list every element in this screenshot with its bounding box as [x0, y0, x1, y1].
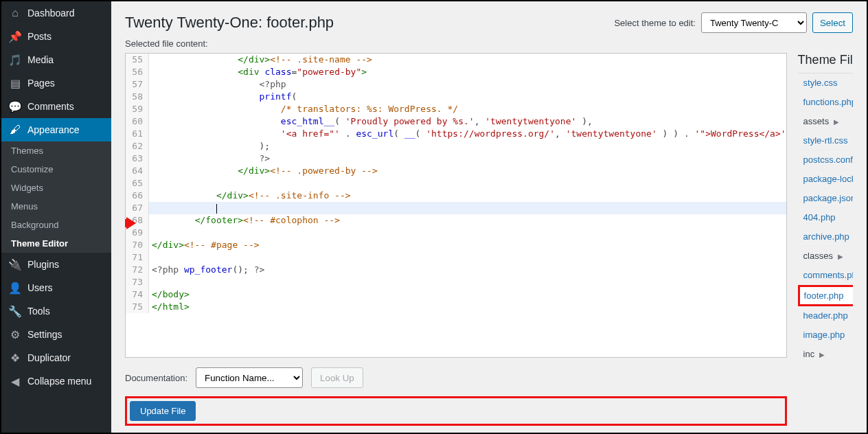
subitem-themes[interactable]: Themes [1, 141, 111, 160]
main-content: Twenty Twenty-One: footer.php Select the… [111, 1, 867, 433]
code-line[interactable]: 72<?php wp_footer(); ?> [126, 264, 786, 276]
pages-icon: ▤ [8, 76, 22, 90]
theme-select[interactable]: Twenty Twenty-C [701, 12, 807, 33]
sidebar-item-tools[interactable]: 🔧Tools [1, 299, 111, 323]
code-editor[interactable]: 55 </div><!-- .site-name -->56 <div clas… [125, 53, 787, 358]
code-line[interactable]: 75</html> [126, 301, 786, 313]
folder-inc[interactable]: inc ▶ [798, 345, 853, 364]
code-line[interactable]: 56 <div class="powered-by"> [126, 66, 786, 78]
svg-marker-0 [125, 217, 136, 229]
select-theme-label: Select theme to edit: [614, 18, 696, 28]
sidebar-item-collapse[interactable]: ◀Collapse menu [1, 369, 111, 393]
subitem-menus[interactable]: Menus [1, 197, 111, 216]
sidebar-label: Collapse menu [27, 376, 91, 387]
file-comments[interactable]: comments.php [798, 266, 853, 285]
sidebar-item-users[interactable]: 👤Users [1, 276, 111, 299]
arrow-annotation-icon [125, 217, 136, 229]
file-style-css[interactable]: style.css [798, 73, 853, 93]
file-package-json[interactable]: package.json [798, 189, 853, 208]
duplicator-icon: ❖ [8, 351, 22, 365]
code-line[interactable]: 74</body> [126, 288, 786, 301]
sidebar-label: Dashboard [27, 8, 75, 19]
comments-icon: 💬 [8, 100, 22, 113]
sidebar-item-settings[interactable]: ⚙Settings [1, 323, 111, 346]
code-line[interactable]: 64 </div><!-- .powered-by --> [126, 165, 786, 177]
media-icon: 🎵 [8, 53, 22, 67]
theme-file-list: style.css functions.php assets ▶ style-r… [798, 73, 853, 426]
file-404[interactable]: 404.php [798, 208, 853, 227]
tools-icon: 🔧 [8, 304, 22, 318]
caret-right-icon: ▶ [819, 351, 825, 358]
file-image[interactable]: image.php [798, 326, 853, 345]
sidebar-label: Tools [27, 306, 50, 317]
code-line[interactable]: 70</div><!-- #page --> [126, 239, 786, 251]
code-line[interactable]: 58 printf( [126, 91, 786, 103]
documentation-select[interactable]: Function Name... [196, 367, 303, 388]
plugin-icon: 🔌 [8, 258, 22, 271]
sidebar-item-comments[interactable]: 💬Comments [1, 95, 111, 118]
code-line[interactable]: 60 esc_html__( 'Proudly powered by %s.',… [126, 115, 786, 128]
sidebar-label: Posts [27, 31, 52, 42]
subitem-widgets[interactable]: Widgets [1, 179, 111, 197]
file-functions-php[interactable]: functions.php [798, 93, 853, 112]
code-line[interactable]: 59 /* translators: %s: WordPress. */ [126, 103, 786, 115]
sidebar-item-posts[interactable]: 📌Posts [1, 25, 111, 48]
caret-right-icon: ▶ [838, 253, 843, 260]
code-line[interactable]: 71 [126, 251, 786, 264]
settings-icon: ⚙ [8, 328, 22, 341]
code-line[interactable]: 61 '<a href="' . esc_url( __( 'https://w… [126, 128, 786, 140]
sidebar-label: Plugins [27, 259, 59, 270]
code-line[interactable]: 68 </footer><!-- #colophon --> [126, 214, 786, 227]
sidebar-item-media[interactable]: 🎵Media [1, 48, 111, 71]
file-package-lock[interactable]: package-lock.json [798, 170, 853, 189]
code-line[interactable]: 73 [126, 276, 786, 288]
page-title: Twenty Twenty-One: footer.php [125, 14, 334, 32]
caret-right-icon: ▶ [834, 118, 839, 126]
code-line[interactable]: 69 [126, 227, 786, 239]
users-icon: 👤 [8, 281, 22, 295]
code-line[interactable]: 55 </div><!-- .site-name --> [126, 54, 786, 66]
sidebar-label: Users [27, 282, 53, 293]
sidebar-item-pages[interactable]: ▤Pages [1, 71, 111, 95]
select-button[interactable]: Select [812, 12, 853, 33]
file-postcss[interactable]: postcss.config.js [798, 150, 853, 170]
folder-classes[interactable]: classes ▶ [798, 247, 853, 266]
sidebar-label: Media [27, 54, 54, 65]
subitem-customize[interactable]: Customize [1, 160, 111, 179]
brush-icon: 🖌 [8, 123, 22, 137]
code-line[interactable]: 65 [126, 177, 786, 190]
sidebar-label: Settings [27, 329, 62, 340]
file-header[interactable]: header.php [798, 306, 853, 326]
sidebar-item-dashboard[interactable]: ⌂Dashboard [1, 1, 111, 25]
sidebar-item-plugins[interactable]: 🔌Plugins [1, 253, 111, 276]
file-style-rtl[interactable]: style-rtl.css [798, 131, 853, 150]
sidebar-label: Comments [27, 101, 74, 112]
selected-file-label: Selected file content: [125, 38, 853, 49]
code-line[interactable]: 66 </div><!-- .site-info --> [126, 190, 786, 202]
theme-files-title: Theme Files [798, 53, 853, 67]
sidebar-label: Appearance [27, 124, 80, 135]
subitem-background[interactable]: Background [1, 216, 111, 234]
collapse-icon: ◀ [8, 374, 22, 388]
documentation-label: Documentation: [125, 373, 187, 383]
subitem-theme-editor[interactable]: Theme Editor [1, 234, 111, 253]
folder-assets[interactable]: assets ▶ [798, 112, 853, 131]
lookup-button[interactable]: Look Up [311, 367, 363, 388]
update-file-button[interactable]: Update File [130, 401, 196, 421]
code-line[interactable]: 57 <?php [126, 78, 786, 91]
sidebar-item-duplicator[interactable]: ❖Duplicator [1, 346, 111, 369]
pin-icon: 📌 [8, 30, 22, 43]
code-line[interactable]: 67 [126, 202, 786, 214]
sidebar-label: Duplicator [27, 352, 71, 363]
admin-sidebar: ⌂Dashboard 📌Posts 🎵Media ▤Pages 💬Comment… [1, 1, 111, 433]
update-highlight: Update File [125, 396, 787, 426]
sidebar-label: Pages [27, 78, 55, 89]
appearance-submenu: Themes Customize Widgets Menus Backgroun… [1, 141, 111, 253]
code-line[interactable]: 63 ?> [126, 152, 786, 165]
file-footer-current[interactable]: footer.php [798, 285, 853, 306]
dashboard-icon: ⌂ [8, 6, 22, 20]
file-archive[interactable]: archive.php [798, 227, 853, 247]
code-line[interactable]: 62 ); [126, 140, 786, 152]
sidebar-item-appearance[interactable]: 🖌Appearance [1, 118, 111, 141]
